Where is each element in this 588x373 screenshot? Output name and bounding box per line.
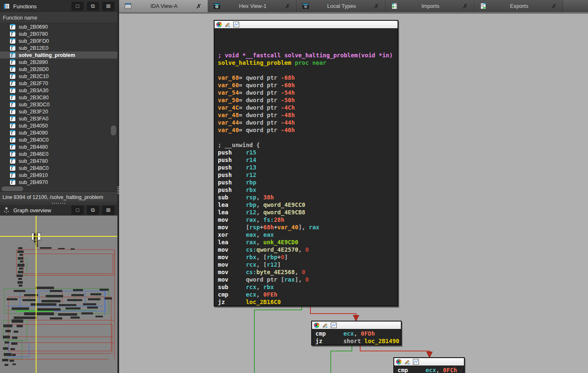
disasm-line[interactable]: var_68= qword ptr -68h: [215, 74, 398, 82]
disasm-line[interactable]: ; void *__fastcall solve_halting_problem…: [215, 52, 398, 59]
tab-hex-view-1[interactable]: Hex View-1✗: [208, 0, 297, 12]
disasm-line[interactable]: var_44= dword ptr -44h: [215, 119, 398, 127]
function-list-item[interactable]: fsub_2B3C80: [0, 94, 117, 101]
float-button[interactable]: ⧉: [87, 2, 99, 11]
panel-splitter-horizontal[interactable]: [0, 202, 117, 205]
close-button[interactable]: ⊠: [102, 2, 115, 11]
disasm-line[interactable]: var_48= dword ptr -48h: [215, 112, 398, 119]
disasm-line[interactable]: [215, 134, 398, 142]
disasm-line[interactable]: var_60= qword ptr -60h: [215, 82, 398, 89]
disasm-line[interactable]: push rbx: [215, 186, 398, 194]
function-list-item[interactable]: fsub_2B4970: [0, 179, 117, 186]
maximize-button[interactable]: □: [71, 2, 84, 11]
node-cmp-0fc[interactable]: cmp ecx, 0FCh: [393, 357, 465, 373]
graph-overview-minimap[interactable]: [0, 216, 117, 373]
disasm-line[interactable]: var_40= qword ptr -40h: [215, 127, 398, 134]
function-list-hscrollbar[interactable]: [0, 186, 117, 192]
node-title-bar[interactable]: [215, 21, 398, 29]
disasm-line[interactable]: mov cs:byte_4E2568, 0: [215, 269, 398, 276]
function-list-item[interactable]: fsub_2B4090: [0, 129, 117, 136]
function-list-item[interactable]: fsub_2B2890: [0, 59, 117, 66]
node-title-bar[interactable]: [394, 358, 464, 366]
tab-ida-view-a[interactable]: IDA View-A✗: [119, 0, 208, 12]
function-list-item[interactable]: fsub_2B4480: [0, 143, 117, 150]
disasm-line[interactable]: mov qword ptr [rax], 0: [215, 276, 398, 284]
function-name-column-header[interactable]: Function name: [0, 12, 117, 23]
tab-close-icon[interactable]: ✗: [462, 3, 468, 10]
disasm-line[interactable]: push r15: [215, 149, 398, 157]
function-list-item[interactable]: fsub_2B0780: [0, 30, 117, 37]
disasm-line[interactable]: mov rbx, [rbp+0]: [215, 254, 398, 261]
disasm-line[interactable]: push rbp: [215, 179, 398, 186]
function-list-item[interactable]: fsub_2B0FD0: [0, 37, 117, 44]
disasm-line[interactable]: push r13: [215, 164, 398, 172]
function-list-item[interactable]: fsub_2B3F20: [0, 108, 117, 115]
disasm-line[interactable]: var_54= dword ptr -54h: [215, 89, 398, 97]
disasm-line[interactable]: mov rax, fs:28h: [215, 216, 398, 224]
disasm-line[interactable]: lea rbp, qword_4E9CC0: [215, 201, 398, 209]
disasm-line[interactable]: jz short loc_2B1490: [312, 338, 401, 345]
tab-exports[interactable]: Exports✗: [474, 0, 563, 12]
disasm-line[interactable]: cmp ecx, 0FDh: [312, 330, 401, 338]
color-wheel-icon[interactable]: [216, 22, 222, 27]
node-cmp-0fd[interactable]: cmp ecx, 0FDhjz short loc_2B1490: [311, 321, 402, 346]
function-list-item[interactable]: fsub_2B3A30: [0, 87, 117, 94]
graph-overview-titlebar[interactable]: Graph overview □⧉⊠: [0, 205, 117, 216]
disasm-line[interactable]: cmp ecx, 0FEh: [215, 291, 398, 299]
disasm-line[interactable]: mov rcx, [r12]: [215, 261, 398, 269]
tab-imports[interactable]: Imports✗: [385, 0, 474, 12]
node-title-bar[interactable]: [312, 321, 401, 329]
function-list-item[interactable]: fsub_2B4910: [0, 172, 117, 179]
chart-icon[interactable]: [233, 22, 239, 27]
color-wheel-icon[interactable]: [314, 322, 320, 328]
disasm-line[interactable]: xor eax, eax: [215, 231, 398, 239]
node-entry[interactable]: ; void *__fastcall solve_halting_problem…: [214, 20, 398, 307]
chart-icon[interactable]: [331, 322, 337, 328]
disasm-line[interactable]: sub rcx, rbx: [215, 284, 398, 291]
function-list-item[interactable]: fsub_2B28D0: [0, 66, 117, 73]
graph-view[interactable]: ; void *__fastcall solve_halting_problem…: [119, 14, 588, 373]
chart-icon[interactable]: [413, 359, 419, 365]
tab-close-icon[interactable]: ✗: [285, 3, 290, 10]
disasm-line[interactable]: solve_halting_problem proc near: [215, 59, 398, 67]
functions-panel-titlebar[interactable]: Functions □⧉⊠: [0, 0, 117, 12]
function-list-item[interactable]: fsub_2B40C0: [0, 136, 117, 143]
disasm-line[interactable]: push r14: [215, 157, 398, 164]
disasm-line[interactable]: var_4C= dword ptr -4Ch: [215, 104, 398, 112]
function-list-hscrollbar-thumb[interactable]: [2, 186, 23, 191]
disasm-line[interactable]: var_50= dword ptr -50h: [215, 97, 398, 104]
disasm-line[interactable]: [215, 37, 398, 44]
disasm-line[interactable]: mov cs:qword_4E2570, 0: [215, 246, 398, 254]
float-button[interactable]: ⧉: [87, 206, 99, 215]
disasm-line[interactable]: mov [rsp+68h+var_40], rax: [215, 224, 398, 231]
disasm-line[interactable]: sub rsp, 38h: [215, 194, 398, 201]
function-list-item[interactable]: fsub_2B2F70: [0, 80, 117, 87]
function-list-item[interactable]: fsub_2B2C10: [0, 73, 117, 80]
function-list-vscrollbar-thumb[interactable]: [111, 125, 116, 135]
disasm-line[interactable]: [215, 29, 398, 37]
maximize-button[interactable]: □: [71, 206, 84, 215]
edit-comment-icon[interactable]: [224, 22, 231, 27]
function-list-item[interactable]: fsub_2B0690: [0, 23, 117, 30]
disasm-line[interactable]: cmp ecx, 0FCh: [394, 367, 464, 373]
function-list-item[interactable]: fsolve_halting_problem: [0, 52, 117, 59]
edit-comment-icon[interactable]: [322, 322, 328, 328]
disasm-line[interactable]: [215, 67, 398, 74]
color-wheel-icon[interactable]: [396, 359, 402, 365]
function-list-item[interactable]: fsub_2B3DC0: [0, 101, 117, 108]
function-list-item[interactable]: fsub_2B12E0: [0, 44, 117, 52]
disasm-line[interactable]: ; __unwind {: [215, 142, 398, 149]
function-list-item[interactable]: fsub_2B4780: [0, 157, 117, 164]
function-list-item[interactable]: fsub_2B48C0: [0, 164, 117, 172]
disasm-line[interactable]: lea r12, qword_4E9CB8: [215, 209, 398, 216]
tab-local-types[interactable]: Local Types✗: [297, 0, 385, 12]
disasm-line[interactable]: jz loc_2B16C0: [215, 299, 398, 306]
disasm-line[interactable]: [215, 44, 398, 52]
function-list-item[interactable]: fsub_2B46E0: [0, 150, 117, 157]
disasm-line[interactable]: lea rax, unk_4E9CD0: [215, 239, 398, 246]
close-button[interactable]: ⊠: [102, 206, 115, 215]
edit-comment-icon[interactable]: [404, 359, 410, 365]
tab-close-icon[interactable]: ✗: [373, 3, 379, 10]
tab-close-icon[interactable]: ✗: [551, 3, 557, 10]
function-list-item[interactable]: fsub_2B4050: [0, 122, 117, 129]
